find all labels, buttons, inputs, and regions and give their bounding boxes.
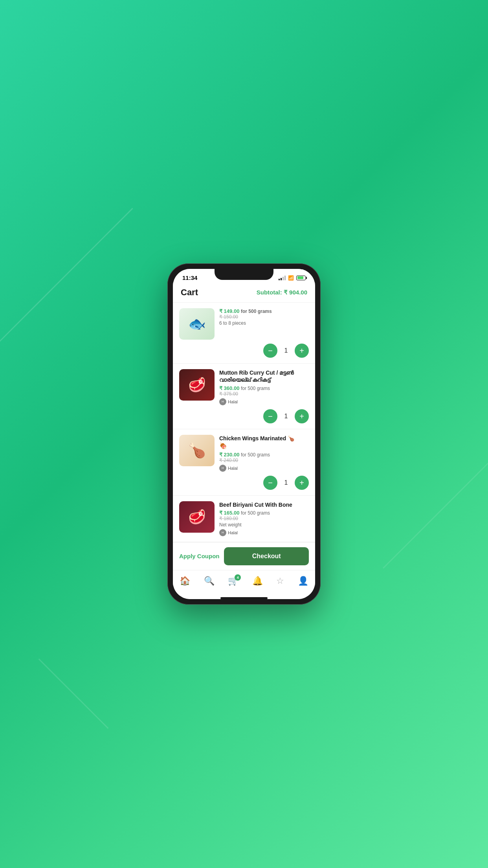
item-meta: 6 to 8 pieces bbox=[219, 320, 309, 326]
checkout-button[interactable]: Checkout bbox=[224, 547, 309, 565]
product-image-beef: 🥩 bbox=[179, 501, 215, 533]
phone-screen: 11:34 📶 Cart Subtotal: ₹ 904.00 bbox=[173, 269, 315, 599]
phone-frame: 11:34 📶 Cart Subtotal: ₹ 904.00 bbox=[167, 263, 321, 605]
bell-icon: 🔔 bbox=[252, 576, 263, 586]
quantity-value: 1 bbox=[283, 479, 289, 486]
quantity-controls: − 1 + bbox=[179, 476, 309, 490]
apply-coupon-button[interactable]: Apply Coupon bbox=[179, 553, 219, 559]
decrease-qty-button[interactable]: − bbox=[263, 409, 277, 423]
item-details: ₹ 149.00 for 500 grams ₹ 150.00 6 to 8 p… bbox=[219, 308, 309, 326]
nav-item-cart[interactable]: 🛒 4 bbox=[225, 574, 242, 588]
bottom-nav: 🏠 🔍 🛒 4 🔔 ☆ 👤 bbox=[173, 570, 315, 596]
item-name: Chicken Wings Marinated 🍗🍖 bbox=[219, 435, 309, 450]
cart-title: Cart bbox=[181, 287, 198, 298]
search-icon: 🔍 bbox=[204, 576, 215, 586]
wifi-icon: 📶 bbox=[288, 275, 294, 281]
item-price-original: ₹ 375.00 bbox=[219, 391, 309, 397]
cart-badge: 4 bbox=[235, 574, 241, 581]
increase-qty-button[interactable]: + bbox=[295, 344, 309, 358]
item-name: Beef Biriyani Cut With Bone bbox=[219, 501, 309, 508]
halal-badge: H Halal bbox=[219, 529, 238, 536]
halal-icon: H bbox=[219, 398, 226, 405]
halal-label: Halal bbox=[228, 466, 238, 471]
quantity-value: 1 bbox=[283, 347, 289, 354]
item-meta: Net weight bbox=[219, 522, 309, 528]
app-content: Cart Subtotal: ₹ 904.00 🐟 ₹ 149.00 for 5… bbox=[173, 283, 315, 599]
signal-icon bbox=[279, 276, 286, 280]
nav-item-notifications[interactable]: 🔔 bbox=[249, 574, 266, 588]
home-icon: 🏠 bbox=[180, 576, 190, 586]
subtotal-label: Subtotal: bbox=[257, 289, 282, 296]
item-price-original: ₹ 150.00 bbox=[219, 314, 309, 320]
halal-badge: H Halal bbox=[219, 465, 238, 472]
item-price-current: ₹ 149.00 for 500 grams bbox=[219, 308, 309, 314]
quantity-controls: − 1 + bbox=[179, 344, 309, 358]
cart-item: 🐟 ₹ 149.00 for 500 grams ₹ 150.00 6 to 8… bbox=[173, 303, 315, 364]
item-price-current: ₹ 230.00 for 500 grams bbox=[219, 452, 309, 458]
cart-actions: Apply Coupon Checkout bbox=[173, 542, 315, 570]
quantity-controls: − 1 + bbox=[179, 409, 309, 423]
item-name: Mutton Rib Curry Cut / മട്ടൺ വാരിയെല്ല് … bbox=[219, 369, 309, 383]
halal-label: Halal bbox=[228, 399, 238, 404]
increase-qty-button[interactable]: + bbox=[295, 476, 309, 490]
item-details: Beef Biriyani Cut With Bone ₹ 165.00 for… bbox=[219, 501, 309, 536]
product-image-chicken: 🍗 bbox=[179, 435, 215, 466]
item-price-original: ₹ 180.00 bbox=[219, 516, 309, 521]
cart-item: 🥩 Mutton Rib Curry Cut / മട്ടൺ വാരിയെല്ല… bbox=[173, 364, 315, 429]
notch bbox=[215, 269, 273, 280]
cart-list: 🐟 ₹ 149.00 for 500 grams ₹ 150.00 6 to 8… bbox=[173, 303, 315, 542]
decrease-qty-button[interactable]: − bbox=[263, 476, 277, 490]
halal-icon: H bbox=[219, 465, 226, 472]
cart-subtotal: Subtotal: ₹ 904.00 bbox=[257, 289, 307, 296]
subtotal-amount: ₹ 904.00 bbox=[284, 289, 307, 296]
item-price-current: ₹ 360.00 for 500 grams bbox=[219, 385, 309, 391]
decrease-qty-button[interactable]: − bbox=[263, 344, 277, 358]
increase-qty-button[interactable]: + bbox=[295, 409, 309, 423]
battery-icon bbox=[296, 276, 306, 280]
status-time: 11:34 bbox=[182, 274, 197, 281]
quantity-value: 1 bbox=[283, 413, 289, 420]
nav-item-profile[interactable]: 👤 bbox=[295, 574, 312, 588]
nav-item-search[interactable]: 🔍 bbox=[201, 574, 218, 588]
cart-header: Cart Subtotal: ₹ 904.00 bbox=[173, 283, 315, 303]
status-icons: 📶 bbox=[279, 275, 306, 281]
item-price-current: ₹ 165.00 for 500 grams bbox=[219, 510, 309, 516]
nav-item-wishlist[interactable]: ☆ bbox=[273, 574, 287, 588]
cart-item: 🥩 Beef Biriyani Cut With Bone ₹ 165.00 f… bbox=[173, 496, 315, 542]
nav-item-home[interactable]: 🏠 bbox=[176, 574, 193, 588]
item-details: Mutton Rib Curry Cut / മട്ടൺ വാരിയെല്ല് … bbox=[219, 369, 309, 405]
halal-label: Halal bbox=[228, 530, 238, 535]
cart-item: 🍗 Chicken Wings Marinated 🍗🍖 ₹ 230.00 fo… bbox=[173, 429, 315, 496]
star-icon: ☆ bbox=[276, 576, 284, 586]
product-image-fish: 🐟 bbox=[179, 308, 215, 340]
item-price-original: ₹ 240.00 bbox=[219, 458, 309, 463]
halal-badge: H Halal bbox=[219, 398, 238, 405]
product-image-mutton: 🥩 bbox=[179, 369, 215, 401]
halal-icon: H bbox=[219, 529, 226, 536]
user-icon: 👤 bbox=[298, 576, 308, 586]
item-details: Chicken Wings Marinated 🍗🍖 ₹ 230.00 for … bbox=[219, 435, 309, 472]
home-indicator bbox=[220, 597, 268, 599]
